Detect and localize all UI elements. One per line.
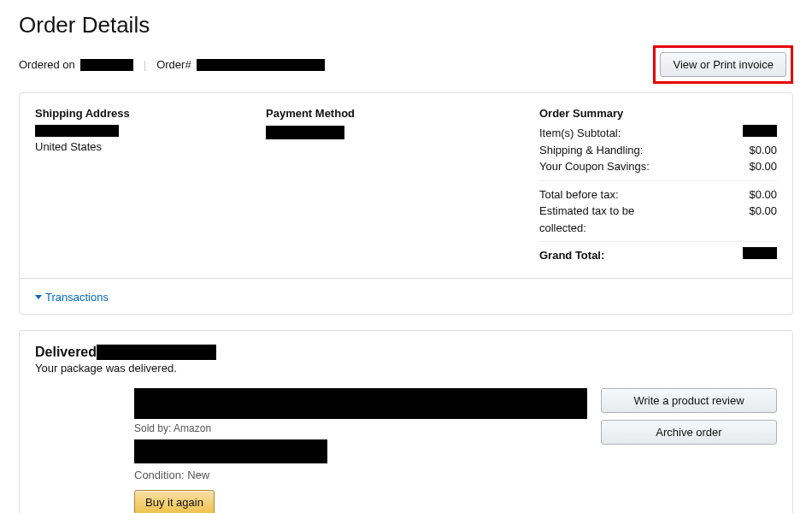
order-meta-row: Ordered on | Order# View or Print invoic… — [19, 45, 793, 84]
total-before-tax-label: Total before tax: — [539, 186, 619, 203]
delivery-status-label: Delivered — [35, 345, 97, 360]
shipping-address-heading: Shipping Address — [35, 107, 249, 120]
redacted-payment-method — [266, 126, 344, 139]
item-actions-column: Write a product review Archive order — [601, 388, 777, 514]
subtotal-label: Item(s) Subtotal: — [539, 125, 621, 142]
tax-label: Estimated tax to be collected: — [539, 203, 668, 236]
delivery-message: Your package was delivered. — [35, 362, 777, 374]
summary-row-coupon: Your Coupon Savings: $0.00 — [539, 158, 777, 175]
redacted-shipping-name — [35, 125, 119, 137]
redacted-item-title — [134, 388, 587, 419]
buy-again-wrap: Buy it again — [134, 490, 587, 514]
condition-label: Condition: — [134, 469, 185, 481]
coupon-value: $0.00 — [749, 158, 777, 175]
summary-row-subtotal: Item(s) Subtotal: — [539, 125, 777, 142]
payment-method-heading: Payment Method — [266, 107, 522, 120]
summary-row-tax: Estimated tax to be collected: $0.00 — [539, 203, 777, 236]
order-meta-left: Ordered on | Order# — [19, 58, 325, 71]
order-summary-column: Order Summary Item(s) Subtotal: Shipping… — [539, 107, 777, 264]
view-print-invoice-button[interactable]: View or Print invoice — [660, 52, 786, 77]
meta-divider: | — [144, 58, 146, 71]
delivery-status-row: Delivered — [35, 345, 777, 360]
order-item-card: Delivered Your package was delivered. So… — [19, 330, 793, 514]
grand-total-label: Grand Total: — [539, 247, 604, 264]
transactions-row: Transactions — [20, 278, 792, 314]
condition-row: Condition: New — [134, 469, 587, 481]
sold-by-label: Sold by: — [134, 422, 171, 434]
summary-divider-1 — [539, 180, 777, 181]
sold-by-row: Sold by: Amazon — [134, 422, 587, 434]
summary-card-top: Shipping Address United States Payment M… — [20, 93, 792, 278]
redacted-subtotal-value — [743, 125, 777, 137]
summary-divider-2 — [539, 241, 777, 242]
ordered-on-label: Ordered on — [19, 58, 75, 71]
redacted-delivery-date — [97, 345, 216, 360]
order-summary-card: Shipping Address United States Payment M… — [19, 92, 793, 315]
redacted-item-price — [134, 439, 327, 463]
invoice-highlight-box: View or Print invoice — [653, 45, 793, 84]
shipping-address-column: Shipping Address United States — [35, 107, 249, 264]
transactions-label: Transactions — [45, 291, 109, 304]
summary-row-total-before-tax: Total before tax: $0.00 — [539, 186, 777, 203]
summary-row-shipping: Shipping & Handling: $0.00 — [539, 142, 777, 159]
tax-value: $0.00 — [749, 203, 777, 236]
shipping-label: Shipping & Handling: — [539, 142, 643, 159]
item-thumbnail-area — [35, 388, 121, 514]
transactions-toggle[interactable]: Transactions — [35, 291, 109, 304]
total-before-tax-value: $0.00 — [749, 186, 777, 203]
item-details: Sold by: Amazon Condition: New Buy it ag… — [134, 388, 587, 514]
summary-row-grand-total: Grand Total: — [539, 247, 777, 264]
condition-value: New — [187, 469, 209, 481]
redacted-order-date — [80, 59, 133, 71]
order-summary-heading: Order Summary — [539, 107, 777, 120]
buy-it-again-button[interactable]: Buy it again — [134, 490, 215, 514]
payment-method-column: Payment Method — [266, 107, 522, 264]
redacted-order-number — [197, 59, 325, 71]
write-review-button[interactable]: Write a product review — [601, 388, 777, 413]
coupon-label: Your Coupon Savings: — [539, 158, 650, 175]
page-title: Order Details — [19, 12, 793, 38]
sold-by-value: Amazon — [174, 422, 211, 434]
redacted-grand-total-value — [743, 247, 777, 259]
order-number-label: Order# — [156, 58, 191, 71]
archive-order-button[interactable]: Archive order — [601, 420, 777, 445]
shipping-country: United States — [35, 140, 249, 153]
order-item-row: Sold by: Amazon Condition: New Buy it ag… — [35, 388, 777, 514]
shipping-value: $0.00 — [749, 142, 777, 159]
chevron-down-icon — [35, 295, 42, 299]
